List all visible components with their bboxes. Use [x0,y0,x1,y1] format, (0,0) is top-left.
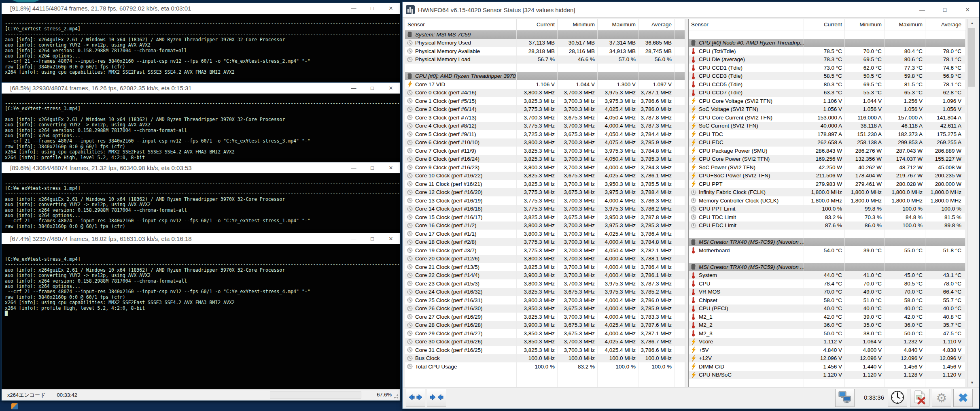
sensor-row[interactable]: Core 2 Clock (perf #6/14)3,775.3 MHz3,70… [405,105,685,114]
sensor-row[interactable]: Core 18 Clock (perf #2/8)3,775.3 MHz3,70… [405,238,685,247]
hwinfo-window[interactable]: HWiNFO64 v6.15-4020 Sensor Status [324 v… [402,2,979,409]
sensor-row[interactable]: Core 6 Clock (perf #10/10)3,800.3 MHz3,7… [405,138,685,147]
sensor-row[interactable]: Core 26 Clock (perf #16/30)3,850.3 MHz3,… [405,305,685,313]
sensor-row[interactable]: Physical Memory Used37,113 MB30,517 MB37… [405,39,685,47]
scroll-up-icon[interactable]: ▲ [968,19,976,27]
sensor-row[interactable]: +5V4.840 V4.800 V4.840 V4.838 V [689,346,965,354]
sensor-row[interactable]: System44.0 °C41.0 °C45.0 °C43.1 °C [689,271,965,280]
sensor-group-header[interactable]: CPU [#0] Node #0: AMD Ryzen Threadrip... [689,39,965,47]
sensor-row[interactable]: Core 11 Clock (perf #16/21)3,825.3 MHz3,… [405,180,685,188]
column-header-minimum[interactable]: Minimum [558,19,598,30]
minimize-icon[interactable]: — [344,83,363,94]
sensor-row[interactable]: M2_142.0 °C39.0 °C42.0 °C40.8 °C [689,313,965,321]
sensor-row[interactable]: Core 1 Clock (perf #5/15)3,825.3 MHz3,70… [405,97,685,105]
sensor-row[interactable]: CPU PPT Limit100.0 %99.8 %100.0 %100.0 % [689,205,965,213]
column-header-current[interactable]: Current [804,19,845,30]
sensor-row[interactable]: Core 16 Clock (perf #1/2)3,800.3 MHz3,70… [405,221,685,230]
sensor-row[interactable]: Total CPU Usage100.0 %83.2 %100.0 %100.0… [405,362,685,371]
collapse-columns-button[interactable] [427,389,446,407]
sensor-row[interactable]: +12V12.096 V12.096 V12.096 V12.096 V [689,354,965,363]
sensor-row[interactable]: M2_350.0 °C38.0 °C50.0 °C47.5 °C [689,329,965,338]
sensor-row[interactable]: CPU Package Power (SMU)286.843 W286.276 … [689,147,965,155]
maximize-icon[interactable]: □ [363,162,382,173]
sensor-row[interactable]: Core 21 Clock (perf #13/5)3,825.3 MHz3,7… [405,263,685,271]
sensor-row[interactable]: CPU78.4 °C70.0 °C80.5 °C78.0 °C [689,279,965,288]
console-window-3[interactable]: [89.6%] 43084/48074 frames, 21.32 fps, 6… [1,162,401,233]
column-header-sensor[interactable]: Sensor [405,19,517,30]
reset-log-button[interactable] [910,389,929,407]
console-window-1[interactable]: [91.8%] 44115/48074 frames, 21.78 fps, 6… [1,2,401,82]
sensor-row[interactable]: Core 9 Clock (perf #16/23)3,800.3 MHz3,7… [405,163,685,172]
sensor-row[interactable]: SoC Current (SVI2 TFN)40.000 A38.118 A46… [689,122,965,130]
sensor-row[interactable]: CPU TDC Limit83.2 %70.3 %84.8 %81.5 % [689,213,965,221]
sensor-row[interactable]: Memory Controller Clock (UCLK)1,800.0 MH… [689,196,965,205]
sensor-row[interactable]: CPU CCD5 (Tdie)80.3 °C69.5 °C81.5 °C78.1… [689,80,965,89]
taskbar[interactable] [0,402,402,411]
sensor-row[interactable]: Core 25 Clock (perf #16/31)3,800.3 MHz3,… [405,296,685,305]
sensor-row[interactable]: Core 8 Clock (perf #16/24)3,825.3 MHz3,7… [405,155,685,164]
maximize-icon[interactable]: □ [363,233,382,244]
maximize-icon[interactable]: □ [363,3,382,14]
sensor-row[interactable]: Core 5 Clock (perf #9/11)3,725.3 MHz3,67… [405,130,685,138]
sensor-group-header[interactable]: MSI Creator TRX40 (MS-7C59) (Nuvoton ... [689,263,965,271]
sensor-row[interactable]: Core 24 Clock (perf #16/32)3,825.3 MHz3,… [405,288,685,296]
sensor-row[interactable]: CPU NB/SoC1.120 V1.120 V1.128 V1.120 V [689,371,965,379]
sensor-row[interactable]: Core 15 Clock (perf #16/17)3,825.3 MHz3,… [405,213,685,221]
sensor-row[interactable]: Core 22 Clock (perf #14/4)3,900.3 MHz3,7… [405,271,685,280]
close-icon[interactable]: ✕ [956,2,979,17]
sensor-row[interactable]: Core 13 Clock (perf #16/19)3,775.3 MHz3,… [405,196,685,205]
minimize-icon[interactable]: — [344,233,363,244]
sensor-row[interactable]: Infinity Fabric Clock (FCLK)1,800.0 MHz1… [689,188,965,197]
console-window-2[interactable]: [68.5%] 32930/48074 frames, 16.26 fps, 6… [1,82,401,162]
clock-timer-button[interactable] [888,389,907,407]
taskbar-app-icon[interactable] [11,403,18,409]
sensor-row[interactable]: Core 3 Clock (perf #7/13)3,700.3 MHz3,67… [405,113,685,122]
sensor-row[interactable]: Core 14 Clock (perf #16/18)3,775.3 MHz3,… [405,205,685,213]
sensor-row[interactable]: CPU Core Current (SVI2 TFN)153.000 A116.… [689,113,965,122]
sensor-row[interactable]: CPU CCD1 (Tdie)73.0 °C62.0 °C77.3 °C74.6… [689,64,965,72]
column-header-average[interactable]: Average [638,19,675,30]
maximize-icon[interactable]: □ [933,2,956,17]
close-icon[interactable]: ✕ [382,162,400,173]
close-icon[interactable]: ✕ [382,3,400,14]
sensor-row[interactable]: Core 19 Clock (perf #3/7)3,775.3 MHz3,70… [405,246,685,255]
sensor-group-header[interactable]: MSI Creator TRX40 (MS-7C59) (Nuvoton ... [689,238,965,247]
resize-grip-icon[interactable] [394,394,399,399]
column-header-minimum[interactable]: Minimum [845,19,885,30]
sensor-row[interactable]: Vcore1.112 V1.064 V1.232 V1.110 V [689,338,965,346]
minimize-icon[interactable]: — [911,2,933,17]
sensor-row[interactable]: CPU CCD7 (Tdie)63.3 °C55.3 °C65.3 °C62.8… [689,89,965,97]
sensor-row[interactable]: SoC Voltage (SVI2 TFN)1.056 V1.056 V1.05… [689,105,965,114]
column-header-maximum[interactable]: Maximum [598,19,638,30]
sensor-row[interactable]: Core 20 Clock (perf #12/6)3,800.3 MHz3,7… [405,255,685,263]
sensor-row[interactable]: Core 30 Clock (perf #16/26)3,850.3 MHz3,… [405,338,685,346]
sensor-row[interactable]: Chipset58.0 °C51.0 °C58.0 °C55.7 °C [689,296,965,305]
expand-columns-button[interactable] [406,389,425,407]
sensor-row[interactable]: CPU Core Power (SVI2 TFN)169.256 W132.35… [689,155,965,164]
settings-button[interactable]: ⚙ [932,389,951,407]
sensor-row[interactable]: Core 4 Clock (perf #8/12)3,775.3 MHz3,70… [405,122,685,130]
sensor-group-header[interactable]: CPU [#0]: AMD Ryzen Threadripper 3970X [405,72,685,81]
sensor-row[interactable]: CPU EDC262.658 A258.138 A299.853 A269.25… [689,138,965,147]
sensor-row[interactable]: Core 12 Clock (perf #16/20)3,775.3 MHz3,… [405,188,685,197]
sensor-row[interactable]: CPU (Tctl/Tdie)78.5 °C70.0 °C80.4 °C78.0… [689,47,965,55]
sensor-row[interactable]: DIMM C/D1.456 V1.440 V1.456 V1.456 V [689,362,965,371]
sensor-row[interactable]: M2_236.0 °C35.0 °C36.0 °C35.7 °C [689,321,965,330]
sensor-row[interactable]: Motherboard54.0 °C39.0 °C55.0 °C51.8 °C [689,246,965,255]
sensor-row[interactable]: CPU TDC178.897 A151.230 A182.373 A175.27… [689,130,965,138]
sensor-group-header[interactable]: System: MSI MS-7C59 [405,30,685,39]
sensor-row[interactable]: CPU (PECI)40.0 °C40.0 °C40.0 °C40.0 °C [689,305,965,313]
scrollbar-thumb[interactable] [968,28,975,87]
sensor-row[interactable]: Physical Memory Available28,318 MB28,116… [405,47,685,55]
close-icon[interactable]: ✕ [382,233,400,244]
sensor-row[interactable]: CPU CCD3 (Tdie)58.5 °C50.5 °C59.8 °C56.9… [689,72,965,81]
sensor-row[interactable]: Core 23 Clock (perf #15/3)3,800.3 MHz3,7… [405,279,685,288]
sensor-row[interactable]: Core 28 Clock (perf #16/28)3,900.3 MHz3,… [405,321,685,330]
sensor-row[interactable]: Core 31 Clock (perf #16/25)3,825.3 MHz3,… [405,346,685,354]
minimize-icon[interactable]: — [344,3,363,14]
sensor-row[interactable]: VR MOS70.0 °C49.0 °C70.0 °C66.4 °C [689,288,965,296]
maximize-icon[interactable]: □ [363,83,382,94]
close-sensors-button[interactable]: ✖ [953,389,973,407]
sensor-row[interactable]: Core 27 Clock (perf #16/29)3,825.3 MHz3,… [405,313,685,321]
sensor-row[interactable]: Core 17 Clock (perf #1/1)3,800.3 MHz3,70… [405,230,685,238]
